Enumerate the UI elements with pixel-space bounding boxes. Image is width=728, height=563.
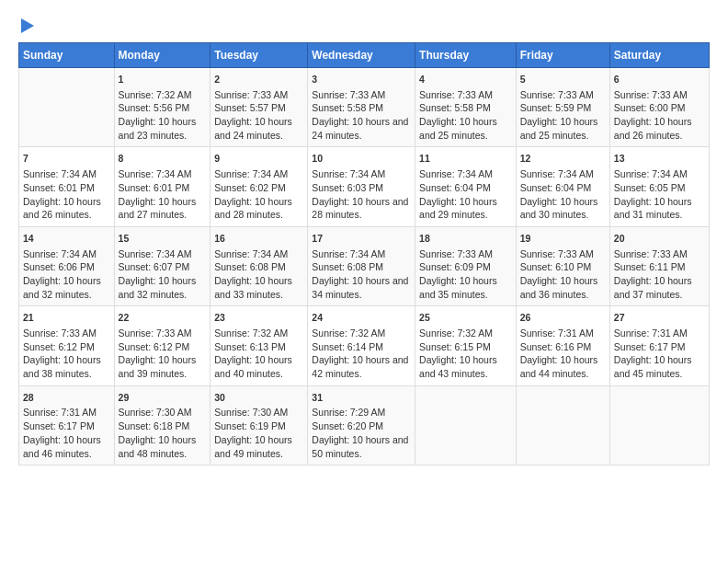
daylight-text: Daylight: 10 hours and 35 minutes. bbox=[419, 275, 497, 300]
sunset-text: Sunset: 6:01 PM bbox=[23, 182, 95, 193]
calendar-cell: 31Sunrise: 7:29 AMSunset: 6:20 PMDayligh… bbox=[308, 385, 415, 465]
calendar-table: SundayMondayTuesdayWednesdayThursdayFrid… bbox=[18, 42, 710, 465]
daylight-text: Daylight: 10 hours and 38 minutes. bbox=[23, 354, 101, 379]
calendar-cell bbox=[19, 68, 115, 147]
calendar-cell bbox=[516, 385, 609, 465]
daylight-text: Daylight: 10 hours and 49 minutes. bbox=[214, 434, 292, 459]
daylight-text: Daylight: 10 hours and 37 minutes. bbox=[614, 275, 692, 300]
day-number: 2 bbox=[214, 73, 303, 86]
sunset-text: Sunset: 6:11 PM bbox=[614, 261, 686, 272]
sunrise-text: Sunrise: 7:32 AM bbox=[419, 327, 493, 339]
calendar-cell: 5Sunrise: 7:33 AMSunset: 5:59 PMDaylight… bbox=[516, 68, 609, 147]
sunrise-text: Sunrise: 7:33 AM bbox=[614, 89, 688, 100]
daylight-text: Daylight: 10 hours and 33 minutes. bbox=[214, 275, 292, 300]
sunset-text: Sunset: 6:20 PM bbox=[312, 420, 383, 431]
calendar-cell: 1Sunrise: 7:32 AMSunset: 5:56 PMDaylight… bbox=[114, 68, 210, 147]
header-tuesday: Tuesday bbox=[210, 43, 308, 68]
sunset-text: Sunset: 6:17 PM bbox=[23, 420, 95, 431]
calendar-cell: 14Sunrise: 7:34 AMSunset: 6:06 PMDayligh… bbox=[19, 226, 115, 305]
day-number: 14 bbox=[23, 232, 110, 246]
sunrise-text: Sunrise: 7:34 AM bbox=[214, 168, 288, 179]
sunset-text: Sunset: 6:12 PM bbox=[23, 341, 95, 352]
logo-arrow-icon bbox=[21, 18, 34, 33]
day-number: 13 bbox=[614, 152, 705, 166]
calendar-cell: 30Sunrise: 7:30 AMSunset: 6:19 PMDayligh… bbox=[210, 385, 308, 465]
sunset-text: Sunset: 5:58 PM bbox=[419, 102, 491, 113]
day-number: 7 bbox=[23, 152, 110, 166]
sunset-text: Sunset: 6:05 PM bbox=[614, 182, 686, 193]
sunrise-text: Sunrise: 7:34 AM bbox=[119, 248, 192, 259]
day-number: 23 bbox=[214, 311, 303, 325]
header-saturday: Saturday bbox=[609, 43, 709, 68]
calendar-cell: 4Sunrise: 7:33 AMSunset: 5:58 PMDaylight… bbox=[415, 68, 517, 147]
day-number: 6 bbox=[614, 73, 705, 86]
sunset-text: Sunset: 6:10 PM bbox=[520, 261, 592, 272]
day-number: 4 bbox=[419, 73, 512, 86]
sunrise-text: Sunrise: 7:34 AM bbox=[312, 168, 385, 179]
daylight-text: Daylight: 10 hours and 28 minutes. bbox=[312, 196, 408, 221]
sunrise-text: Sunrise: 7:33 AM bbox=[419, 248, 493, 259]
daylight-text: Daylight: 10 hours and 39 minutes. bbox=[119, 354, 197, 379]
day-number: 22 bbox=[119, 311, 207, 325]
sunset-text: Sunset: 6:18 PM bbox=[119, 420, 190, 431]
calendar-cell: 25Sunrise: 7:32 AMSunset: 6:15 PMDayligh… bbox=[415, 306, 517, 385]
sunrise-text: Sunrise: 7:33 AM bbox=[119, 327, 192, 339]
sunrise-text: Sunrise: 7:30 AM bbox=[214, 407, 288, 418]
daylight-text: Daylight: 10 hours and 45 minutes. bbox=[614, 354, 692, 379]
sunset-text: Sunset: 6:04 PM bbox=[419, 182, 491, 193]
day-number: 10 bbox=[312, 152, 411, 166]
week-row-4: 21Sunrise: 7:33 AMSunset: 6:12 PMDayligh… bbox=[19, 306, 710, 385]
daylight-text: Daylight: 10 hours and 23 minutes. bbox=[119, 116, 197, 141]
daylight-text: Daylight: 10 hours and 25 minutes. bbox=[419, 116, 497, 141]
daylight-text: Daylight: 10 hours and 27 minutes. bbox=[119, 196, 197, 221]
sunset-text: Sunset: 5:57 PM bbox=[214, 102, 286, 113]
day-number: 16 bbox=[214, 232, 303, 246]
day-number: 24 bbox=[312, 311, 411, 325]
day-number: 5 bbox=[520, 73, 606, 86]
sunset-text: Sunset: 6:15 PM bbox=[419, 341, 491, 352]
week-row-3: 14Sunrise: 7:34 AMSunset: 6:06 PMDayligh… bbox=[19, 226, 710, 305]
daylight-text: Daylight: 10 hours and 26 minutes. bbox=[23, 196, 101, 221]
calendar-cell: 22Sunrise: 7:33 AMSunset: 6:12 PMDayligh… bbox=[114, 306, 210, 385]
day-number: 28 bbox=[23, 391, 110, 405]
daylight-text: Daylight: 10 hours and 30 minutes. bbox=[520, 196, 598, 221]
calendar-cell: 6Sunrise: 7:33 AMSunset: 6:00 PMDaylight… bbox=[609, 68, 709, 147]
sunrise-text: Sunrise: 7:31 AM bbox=[520, 327, 594, 339]
sunrise-text: Sunrise: 7:34 AM bbox=[23, 168, 97, 179]
day-number: 11 bbox=[419, 152, 512, 166]
sunrise-text: Sunrise: 7:32 AM bbox=[312, 327, 385, 339]
week-row-1: 1Sunrise: 7:32 AMSunset: 5:56 PMDaylight… bbox=[19, 68, 710, 147]
day-number: 27 bbox=[614, 311, 705, 325]
calendar-cell: 29Sunrise: 7:30 AMSunset: 6:18 PMDayligh… bbox=[114, 385, 210, 465]
day-number: 17 bbox=[312, 232, 411, 246]
calendar-cell: 17Sunrise: 7:34 AMSunset: 6:08 PMDayligh… bbox=[308, 226, 415, 305]
calendar-cell: 7Sunrise: 7:34 AMSunset: 6:01 PMDaylight… bbox=[19, 147, 115, 226]
calendar-cell: 3Sunrise: 7:33 AMSunset: 5:58 PMDaylight… bbox=[308, 68, 415, 147]
sunset-text: Sunset: 5:59 PM bbox=[520, 102, 592, 113]
day-number: 21 bbox=[23, 311, 110, 325]
header-monday: Monday bbox=[114, 43, 210, 68]
calendar-cell: 2Sunrise: 7:33 AMSunset: 5:57 PMDaylight… bbox=[210, 68, 308, 147]
sunset-text: Sunset: 6:03 PM bbox=[312, 182, 383, 193]
page-header bbox=[18, 18, 710, 33]
daylight-text: Daylight: 10 hours and 32 minutes. bbox=[23, 275, 101, 300]
calendar-cell: 28Sunrise: 7:31 AMSunset: 6:17 PMDayligh… bbox=[19, 385, 115, 465]
daylight-text: Daylight: 10 hours and 46 minutes. bbox=[23, 434, 101, 459]
day-number: 19 bbox=[520, 232, 606, 246]
daylight-text: Daylight: 10 hours and 44 minutes. bbox=[520, 354, 598, 379]
calendar-cell: 20Sunrise: 7:33 AMSunset: 6:11 PMDayligh… bbox=[609, 226, 709, 305]
day-number: 30 bbox=[214, 391, 303, 405]
week-row-5: 28Sunrise: 7:31 AMSunset: 6:17 PMDayligh… bbox=[19, 385, 710, 465]
sunrise-text: Sunrise: 7:30 AM bbox=[119, 407, 192, 418]
daylight-text: Daylight: 10 hours and 40 minutes. bbox=[214, 354, 292, 379]
day-number: 3 bbox=[312, 73, 411, 86]
sunset-text: Sunset: 6:08 PM bbox=[214, 261, 286, 272]
calendar-cell: 23Sunrise: 7:32 AMSunset: 6:13 PMDayligh… bbox=[210, 306, 308, 385]
sunset-text: Sunset: 6:06 PM bbox=[23, 261, 95, 272]
daylight-text: Daylight: 10 hours and 25 minutes. bbox=[520, 116, 598, 141]
daylight-text: Daylight: 10 hours and 42 minutes. bbox=[312, 354, 408, 379]
sunrise-text: Sunrise: 7:34 AM bbox=[119, 168, 192, 179]
daylight-text: Daylight: 10 hours and 34 minutes. bbox=[312, 275, 408, 300]
sunset-text: Sunset: 5:58 PM bbox=[312, 102, 383, 113]
calendar-cell: 26Sunrise: 7:31 AMSunset: 6:16 PMDayligh… bbox=[516, 306, 609, 385]
